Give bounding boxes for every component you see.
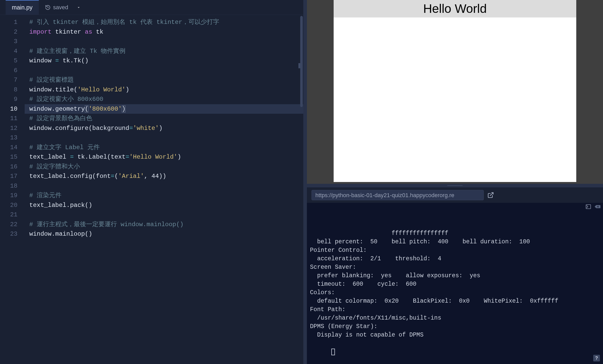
code-line[interactable]: # 建立文字 Label 元件 xyxy=(29,143,303,152)
line-number: 18 xyxy=(0,181,25,191)
tk-window-body xyxy=(334,17,577,182)
line-number: 15 xyxy=(0,152,25,162)
saved-label: saved xyxy=(53,5,68,10)
code-line[interactable]: window.title('Hello World') xyxy=(29,85,303,95)
history-icon xyxy=(45,5,51,10)
line-number: 2 xyxy=(0,27,25,37)
code-line[interactable]: # 設定視窗大小 800x600 xyxy=(29,94,303,104)
svg-line-2 xyxy=(490,193,493,196)
line-number: 21 xyxy=(0,210,25,220)
line-number: 17 xyxy=(0,171,25,181)
app-preview: Hello World xyxy=(307,0,603,184)
line-number: 11 xyxy=(0,114,25,123)
code-line[interactable] xyxy=(29,37,303,46)
line-number: 6 xyxy=(0,66,25,75)
code-line[interactable]: # 引入 tkinter 模組，始用別名 tk 代表 tkinter，可以少打字 xyxy=(29,17,303,27)
saved-indicator: saved xyxy=(45,5,81,10)
terminal-cursor xyxy=(331,349,335,355)
code-line[interactable]: # 運行主程式，最後一定要運行 window.mainloop() xyxy=(29,220,303,229)
code-line[interactable]: text_label.pack() xyxy=(29,200,303,210)
code-line[interactable]: text_label.config(font=('Arial', 44)) xyxy=(29,171,303,181)
line-number: 14 xyxy=(0,143,25,152)
line-number: 13 xyxy=(0,133,25,143)
code-line[interactable]: import tkinter as tk xyxy=(29,27,303,37)
line-number: 12 xyxy=(0,123,25,133)
line-number: 1 xyxy=(0,17,25,27)
terminal-clear-icon[interactable] xyxy=(594,204,600,209)
line-number: 20 xyxy=(0,200,25,210)
terminal-toolbar xyxy=(586,204,600,209)
line-number: 3 xyxy=(0,37,25,46)
open-in-new-tab-icon[interactable] xyxy=(487,192,494,198)
svg-line-1 xyxy=(48,7,49,8)
editor-scrollbar[interactable] xyxy=(300,15,303,364)
code-line[interactable]: window.geometry('800x600') xyxy=(25,104,303,114)
preview-url-bar: https://python-basic-01-day21-quiz01.hap… xyxy=(307,187,603,203)
app-root: main.py saved 12345678910111213141516171… xyxy=(0,0,603,364)
code-line[interactable]: window.configure(background='white') xyxy=(29,123,303,133)
scrollbar-thumb[interactable] xyxy=(300,16,303,107)
code-line[interactable]: # 設定背景顏色為白色 xyxy=(29,114,303,123)
vertical-splitter[interactable] xyxy=(303,0,307,364)
line-number: 7 xyxy=(0,75,25,85)
code-editor[interactable]: 1234567891011121314151617181920212223 # … xyxy=(0,15,303,364)
tab-main-py[interactable]: main.py xyxy=(6,0,39,15)
chevron-down-icon[interactable] xyxy=(76,5,81,10)
tk-window-title: Hello World xyxy=(334,0,577,17)
line-number: 9 xyxy=(0,94,25,104)
code-line[interactable]: window = tk.Tk() xyxy=(29,56,303,66)
code-content[interactable]: # 引入 tkinter 模組，始用別名 tk 代表 tkinter，可以少打字… xyxy=(25,15,303,364)
horizontal-splitter[interactable] xyxy=(307,184,603,187)
line-number: 5 xyxy=(0,56,25,66)
line-number: 4 xyxy=(0,46,25,56)
preview-url-input[interactable]: https://python-basic-01-day21-quiz01.hap… xyxy=(312,190,484,200)
line-number: 23 xyxy=(0,229,25,239)
help-button[interactable]: ? xyxy=(593,355,600,361)
line-number: 10 xyxy=(0,104,25,114)
code-line[interactable] xyxy=(29,133,303,143)
terminal-input-icon[interactable] xyxy=(586,204,591,209)
code-line[interactable]: # 設定視窗標題 xyxy=(29,75,303,85)
editor-tab-bar: main.py saved xyxy=(0,0,303,15)
line-number-gutter: 1234567891011121314151617181920212223 xyxy=(0,15,25,364)
code-line[interactable]: # 設定字體和大小 xyxy=(29,162,303,172)
line-number: 22 xyxy=(0,220,25,229)
code-line[interactable] xyxy=(29,181,303,191)
code-line[interactable]: # 渲染元件 xyxy=(29,191,303,200)
editor-pane: main.py saved 12345678910111213141516171… xyxy=(0,0,303,364)
code-line[interactable] xyxy=(29,66,303,75)
code-line[interactable]: window.mainloop() xyxy=(29,229,303,239)
tk-window[interactable]: Hello World xyxy=(334,0,577,182)
code-line[interactable]: text_label = tk.Label(text='Hello World'… xyxy=(29,152,303,162)
line-number: 19 xyxy=(0,191,25,200)
terminal-output[interactable]: ffffffffffffffff bell percent: 50 bell p… xyxy=(307,203,603,364)
minimap-line-indicator xyxy=(298,63,300,68)
line-number: 8 xyxy=(0,85,25,95)
right-column: Hello World https://python-basic-01-day2… xyxy=(307,0,603,364)
terminal-text: ffffffffffffffff bell percent: 50 bell p… xyxy=(310,229,599,339)
line-number: 16 xyxy=(0,162,25,172)
code-line[interactable] xyxy=(29,210,303,220)
code-line[interactable]: # 建立主視窗，建立 Tk 物件實例 xyxy=(29,46,303,56)
